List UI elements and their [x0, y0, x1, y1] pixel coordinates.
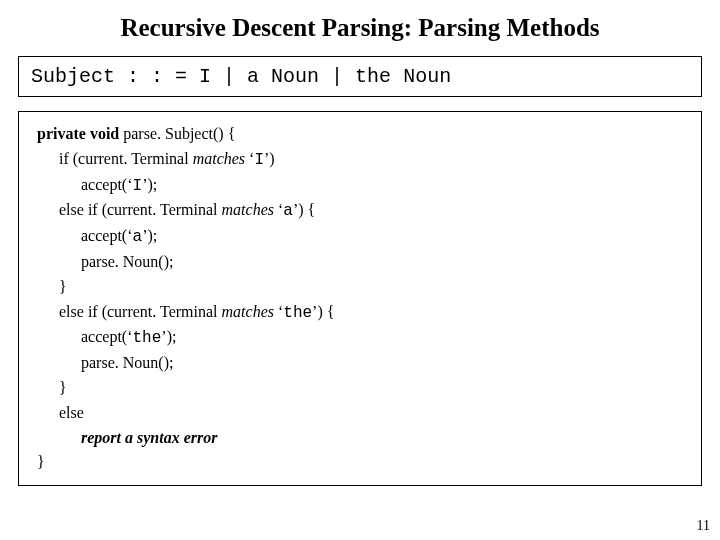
l2f: ’): [264, 150, 275, 167]
grammar-alt2a: a: [247, 65, 259, 88]
kw-private-void: private void: [37, 125, 123, 142]
l4e: a: [283, 202, 293, 220]
grammar-alt2b: Noun: [259, 65, 319, 88]
l2a: if (: [59, 150, 78, 167]
grammar-op: : : =: [115, 65, 199, 88]
code-line-9: accept(‘the’);: [37, 325, 687, 351]
grammar-alt3b: Noun: [391, 65, 451, 88]
grammar-lhs: Subject: [31, 65, 115, 88]
l4b: current. Terminal: [107, 201, 222, 218]
l2b: current. Terminal: [78, 150, 193, 167]
code-box-wrap: private void parse. Subject() { if (curr…: [18, 111, 702, 486]
l8f: ’) {: [312, 303, 334, 320]
l9c: ’);: [161, 328, 176, 345]
grammar-alt1: I: [199, 65, 211, 88]
l8b: current. Terminal: [107, 303, 222, 320]
l5c: ’);: [142, 227, 157, 244]
l9a: accept(‘: [81, 328, 133, 345]
code-line-2: if (current. Terminal matches ‘I’): [37, 147, 687, 173]
method-sig: parse. Subject() {: [123, 125, 235, 142]
l2e: I: [254, 151, 264, 169]
grammar-sep1: |: [211, 65, 247, 88]
l4f: ’) {: [293, 201, 315, 218]
l4c: matches: [222, 201, 274, 218]
code-line-4: else if (current. Terminal matches ‘a’) …: [37, 198, 687, 224]
code-line-3: accept(‘I’);: [37, 173, 687, 199]
code-line-5: accept(‘a’);: [37, 224, 687, 250]
code-line-1: private void parse. Subject() {: [37, 122, 687, 147]
grammar-alt3a: the: [355, 65, 391, 88]
l8a: else if (: [59, 303, 107, 320]
code-line-10: parse. Noun();: [37, 351, 687, 376]
code-box: private void parse. Subject() { if (curr…: [18, 111, 702, 486]
grammar-box-wrap: Subject : : = I | a Noun | the Noun: [18, 56, 702, 97]
code-line-6: parse. Noun();: [37, 250, 687, 275]
l3b: I: [133, 177, 143, 195]
l2c: matches: [193, 150, 245, 167]
grammar-box: Subject : : = I | a Noun | the Noun: [18, 56, 702, 97]
slide-title: Recursive Descent Parsing: Parsing Metho…: [18, 14, 702, 42]
page-number: 11: [697, 518, 710, 534]
code-line-11: }: [37, 376, 687, 401]
code-line-12: else: [37, 401, 687, 426]
grammar-sep2: |: [319, 65, 355, 88]
code-line-7: }: [37, 275, 687, 300]
l4d: ‘: [274, 201, 283, 218]
l8e: the: [283, 304, 312, 322]
code-line-13: report a syntax error: [37, 426, 687, 451]
l3c: ’);: [142, 176, 157, 193]
code-line-8: else if (current. Terminal matches ‘the’…: [37, 300, 687, 326]
l8c: matches: [222, 303, 274, 320]
l3a: accept(‘: [81, 176, 133, 193]
slide: Recursive Descent Parsing: Parsing Metho…: [0, 0, 720, 540]
l9b: the: [133, 329, 162, 347]
l8d: ‘: [274, 303, 283, 320]
l5a: accept(‘: [81, 227, 133, 244]
code-line-14: }: [37, 450, 687, 475]
l5b: a: [133, 228, 143, 246]
l4a: else if (: [59, 201, 107, 218]
